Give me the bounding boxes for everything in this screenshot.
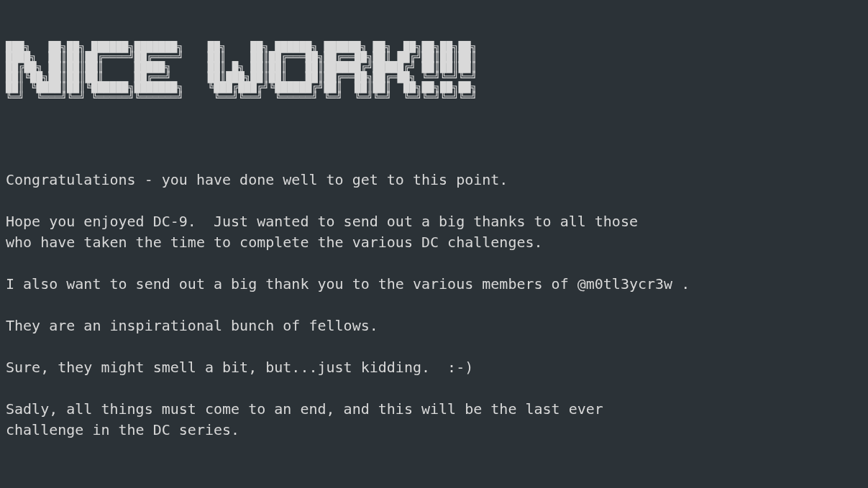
- terminal-output: ███╗ ██╗██╗ ██████╗███████╗ ██╗ ██╗ ████…: [0, 0, 868, 467]
- ascii-banner-nice-work: ███╗ ██╗██╗ ██████╗███████╗ ██╗ ██╗ ████…: [6, 42, 868, 126]
- flag-message-text: Congratulations - you have done well to …: [6, 149, 862, 441]
